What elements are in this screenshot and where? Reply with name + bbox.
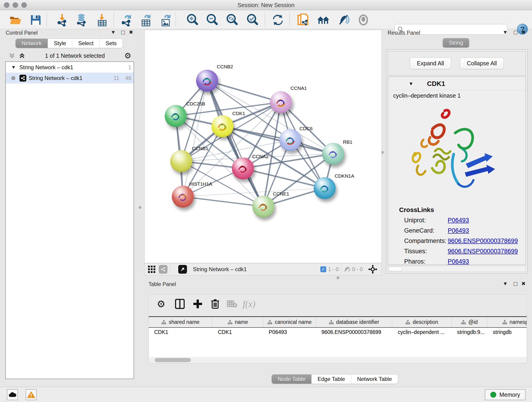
clone-network-icon[interactable] xyxy=(297,13,309,26)
network-node-CCNB2[interactable] xyxy=(196,70,218,92)
network-node-CCNA1[interactable] xyxy=(270,91,292,113)
network-node-HIST1H1A[interactable] xyxy=(172,186,194,208)
tab-string[interactable]: String xyxy=(443,38,469,47)
table-hscrollbar[interactable] xyxy=(149,357,527,363)
network-node-CDC25B[interactable] xyxy=(165,105,187,127)
grid-view-icon[interactable] xyxy=(148,265,156,273)
table-cell[interactable]: CDK1 xyxy=(212,328,263,337)
delete-column-icon[interactable] xyxy=(209,298,221,310)
results-panel-close-icon[interactable]: ✖ xyxy=(521,29,526,35)
table-hscroll-thumb[interactable] xyxy=(155,358,191,362)
column-header-@id[interactable]: @id xyxy=(452,317,487,327)
left-splitter-handle[interactable] xyxy=(139,206,141,209)
export-image-icon[interactable] xyxy=(159,13,172,26)
collapse-all-button[interactable]: Collapse All xyxy=(460,57,504,69)
column-header-shared-name[interactable]: shared name xyxy=(149,317,212,327)
cloud-button[interactable] xyxy=(7,389,18,400)
import-database-icon[interactable] xyxy=(75,13,88,26)
tab-sets[interactable]: Sets xyxy=(100,39,123,48)
crosslink-link[interactable]: P06493 xyxy=(448,217,469,224)
network-options-gear-icon[interactable]: ⚙ xyxy=(124,51,131,60)
network-canvas[interactable]: CCNB2CCNA1CDC25BCDK1CDC6RB1CCNB1CCNA2CDK… xyxy=(144,30,382,263)
selected-checkbox-icon[interactable]: ✓ xyxy=(320,266,326,272)
network-node-CDKN1A[interactable] xyxy=(314,177,336,199)
network-node-CCNE1[interactable] xyxy=(252,196,274,217)
column-header-database-identifier[interactable]: database identifier xyxy=(316,317,392,327)
import-network-icon[interactable] xyxy=(56,13,69,26)
show-columns-icon[interactable] xyxy=(174,298,186,310)
collapse-all-icon[interactable] xyxy=(8,52,15,59)
tab-edge-table[interactable]: Edge Table xyxy=(312,375,351,384)
column-header-name[interactable]: name xyxy=(212,317,263,327)
network-edge-CCNB2-HIST1H1A[interactable] xyxy=(183,81,207,197)
network-share-icon[interactable] xyxy=(159,265,167,274)
memory-button[interactable]: Memory xyxy=(485,389,526,400)
table-panel-float-icon[interactable]: □ xyxy=(514,280,517,287)
column-header-canonical-name[interactable]: canonical name xyxy=(263,317,316,327)
table-panel-close-icon[interactable]: ✖ xyxy=(521,281,526,287)
control-panel-float-icon[interactable]: □ xyxy=(121,29,125,36)
homes-icon[interactable] xyxy=(317,13,330,26)
open-session-icon[interactable] xyxy=(9,13,22,26)
network-edge-HIST1H1A-CCNE1[interactable] xyxy=(183,197,263,206)
refresh-icon[interactable] xyxy=(272,13,284,26)
network-node-RB1[interactable] xyxy=(322,143,344,165)
crosslink-link[interactable]: P06493 xyxy=(448,258,469,265)
column-header-description[interactable]: description xyxy=(392,317,452,327)
control-panel-close-icon[interactable]: ✖ xyxy=(129,29,133,35)
open-in-window-icon[interactable] xyxy=(178,265,187,274)
zoom-out-icon[interactable] xyxy=(206,13,219,26)
save-session-icon[interactable] xyxy=(29,13,42,26)
show-graphics-icon[interactable] xyxy=(357,13,370,26)
status-bar: Memory xyxy=(0,387,532,402)
protein-thumbnail xyxy=(215,120,229,134)
zoom-fit-icon[interactable] xyxy=(226,13,239,26)
table-cell[interactable]: cyclin–dependent ... xyxy=(392,328,452,337)
table-cell[interactable]: P06493 xyxy=(263,328,316,337)
network-edge-CCNB2-CCNA1[interactable] xyxy=(207,81,281,102)
tab-style[interactable]: Style xyxy=(48,39,72,48)
tab-node-table[interactable]: Node Table xyxy=(272,375,312,384)
crosslink-link[interactable]: P06493 xyxy=(448,227,469,234)
table-cell[interactable]: CDK1 xyxy=(149,328,212,337)
table-cell[interactable]: stringdb:9... xyxy=(452,328,487,337)
export-table-icon[interactable] xyxy=(139,13,152,26)
tab-network[interactable]: Network xyxy=(16,39,48,48)
table-row[interactable]: CDK1CDK1P064939606.ENSP00000378699cyclin… xyxy=(149,328,527,337)
bottom-splitter-handle[interactable] xyxy=(336,276,339,279)
tab-select[interactable]: Select xyxy=(72,39,100,48)
table-cell[interactable]: stringdb xyxy=(487,328,527,337)
crosslink-link[interactable]: 9606.ENSP00000378699 xyxy=(448,248,518,255)
results-hscrollbar[interactable] xyxy=(388,266,526,272)
expand-all-button[interactable]: Expand All xyxy=(410,57,451,69)
network-collection-row[interactable]: ▼ String Network – cdk1 1 xyxy=(6,62,133,73)
tab-network-table[interactable]: Network Table xyxy=(351,375,398,384)
table-settings-gear-icon[interactable]: ⚙ xyxy=(155,298,167,310)
network-node-CCNB1[interactable] xyxy=(170,150,192,172)
import-table-icon[interactable] xyxy=(96,13,109,26)
crosslink-link[interactable]: 9606.ENSP00000378699 xyxy=(448,237,518,245)
collection-expander-icon[interactable]: ▼ xyxy=(11,65,16,70)
network-node-CCNA2[interactable] xyxy=(232,157,254,179)
results-panel-float-icon[interactable]: □ xyxy=(514,29,517,36)
network-node-CDC6[interactable] xyxy=(279,129,301,151)
gene-expander-icon[interactable]: ▼ xyxy=(409,81,413,86)
table-panel-dropdown-icon[interactable]: ▼ xyxy=(503,281,508,287)
function-builder-icon: f(x) xyxy=(243,298,255,310)
hide-graphics-icon[interactable] xyxy=(337,13,350,26)
add-column-icon[interactable] xyxy=(192,298,204,310)
gene-header[interactable]: ▼ CDK1 xyxy=(388,77,526,90)
expand-all-icon[interactable] xyxy=(19,52,25,59)
column-header-namespace[interactable]: namespace xyxy=(487,317,527,327)
control-panel-dropdown-icon[interactable]: ▼ xyxy=(111,29,116,35)
zoom-selected-icon[interactable] xyxy=(246,13,259,26)
results-panel-dropdown-icon[interactable]: ▼ xyxy=(503,29,508,35)
birdseye-toggle-icon[interactable] xyxy=(368,265,377,274)
table-cell[interactable]: 9606.ENSP00000378699 xyxy=(316,328,392,337)
network-edge-CCNB2-CCNE1[interactable] xyxy=(207,81,263,206)
export-network-icon[interactable] xyxy=(120,13,133,26)
zoom-in-icon[interactable] xyxy=(186,13,199,26)
network-node-CDK1[interactable] xyxy=(211,115,234,137)
warnings-button[interactable] xyxy=(26,389,37,400)
network-row[interactable]: String Network – cdk1 11 48 xyxy=(6,73,133,83)
